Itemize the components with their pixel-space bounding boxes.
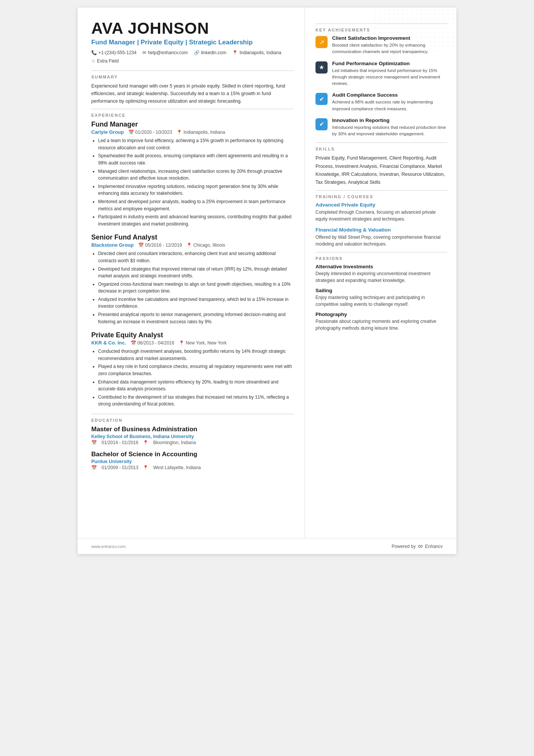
achievement-2-content: Fund Performance Optimization Led initia… [332, 61, 447, 87]
job-3-bullets: Conducted thorough investment analyses, … [91, 348, 294, 408]
job-1-bullets: Led a team to improve fund efficiency, a… [91, 137, 294, 227]
location-icon: 📍 [232, 50, 238, 55]
training-divider [315, 190, 447, 191]
location-text: Indianapolis, Indiana [239, 50, 281, 55]
job-1-title: Fund Manager [91, 121, 294, 128]
linkedin-text: linkedin.com [201, 50, 226, 55]
footer: www.enhancv.com Powered by ∞ Enhancv [78, 538, 456, 554]
summary-divider [91, 70, 294, 71]
achievement-3-title: Audit Compliance Success [332, 92, 447, 98]
resume-container: AVA JOHNSON Fund Manager | Private Equit… [78, 8, 456, 554]
job-3: Private Equity Analyst KKR & Co. Inc. 📅 … [91, 331, 294, 408]
achievement-2-title: Fund Performance Optimization [332, 61, 447, 66]
email-icon: ✉ [142, 50, 146, 55]
achievement-1-title: Client Satisfaction Improvement [332, 35, 447, 41]
job-2-title: Senior Fund Analyst [91, 233, 294, 241]
edu-1-school: Kelley School of Business, Indiana Unive… [91, 434, 294, 439]
passions-divider [315, 252, 447, 252]
achievement-2-icon-wrap: ★ [315, 61, 328, 74]
footer-brand: Powered by ∞ Enhancv [392, 542, 443, 550]
linkedin-icon: 🔗 [194, 50, 200, 55]
achievement-4-title: Innovation in Reporting [332, 117, 447, 123]
edu-2-date: 01/2009 - 01/2013 [101, 465, 138, 470]
training-1-desc: Completed through Coursera, focusing on … [315, 209, 447, 222]
passion-2: Sailing Enjoy mastering sailing techniqu… [315, 288, 447, 308]
location-icon-edu1: 📍 [143, 440, 148, 445]
candidate-name: AVA JOHNSON [91, 20, 294, 37]
edu-2-location: West Lafayette, Indiana [153, 465, 201, 470]
enhancv-logo-icon: ∞ [418, 542, 423, 550]
email-text: help@enhancv.com [148, 50, 187, 55]
summary-label: SUMMARY [91, 75, 294, 79]
left-column: AVA JOHNSON Fund Manager | Private Equit… [78, 8, 305, 538]
check-icon-1: ✔ [319, 95, 324, 103]
bullet-item: Managed client relationships, increasing… [98, 168, 294, 182]
training-2-desc: Offered by Wall Street Prep, covering co… [315, 234, 447, 247]
edu-2-meta: 📅 01/2009 - 01/2013 📍 West Lafayette, In… [91, 465, 294, 470]
job-2-date: 📅 05/2016 - 12/2019 [138, 243, 182, 248]
passion-1-desc: Deeply interested in exploring unconvent… [315, 270, 447, 284]
passion-3: Photography Passionate about capturing m… [315, 311, 447, 332]
achievements-block: ↗ Client Satisfaction Improvement Booste… [315, 35, 447, 137]
experience-label: EXPERIENCE [91, 113, 294, 117]
achievement-3-desc: Achieved a 98% audit success rate by imp… [332, 99, 447, 112]
job-1-meta: Carlyle Group 📅 01/2020 - 10/2023 📍 Indi… [91, 129, 294, 135]
passions-label: PASSIONS [315, 256, 447, 261]
powered-by-text: Powered by [392, 544, 415, 549]
edu-1: Master of Business Administration Kelley… [91, 426, 294, 445]
job-1-location: 📍 Indianapolis, Indiana [176, 130, 225, 135]
bullet-item: Enhanced data management systems efficie… [98, 379, 294, 393]
resume-inner: AVA JOHNSON Fund Manager | Private Equit… [78, 8, 456, 538]
achievement-2-desc: Led initiatives that improved fund perfo… [332, 67, 447, 87]
calendar-icon-3: 📅 [131, 340, 136, 346]
training-2-title: Financial Modeling & Valuation [315, 227, 447, 233]
job-1-date: 📅 01/2020 - 10/2023 [128, 130, 172, 135]
achievement-4-content: Innovation in Reporting Introduced repor… [332, 117, 447, 138]
calendar-icon-edu1: 📅 [91, 440, 97, 445]
location-icon-3: 📍 [179, 340, 184, 346]
location-contact: 📍 Indianapolis, Indiana [232, 50, 281, 55]
achievement-1-content: Client Satisfaction Improvement Boosted … [332, 35, 447, 55]
edu-1-degree: Master of Business Administration [91, 426, 294, 433]
passion-2-desc: Enjoy mastering sailing techniques and p… [315, 294, 447, 308]
star-icon-achievement: ★ [319, 64, 324, 71]
passion-1-title: Alternative Investments [315, 264, 447, 269]
skills-divider [315, 142, 447, 143]
job-2-bullets: Directed client and consultant interacti… [91, 250, 294, 325]
edu-2-degree: Bachelor of Science in Accounting [91, 451, 294, 458]
job-2: Senior Fund Analyst Blackstone Group 📅 0… [91, 233, 294, 325]
job-3-title: Private Equity Analyst [91, 331, 294, 339]
achievement-3-content: Audit Compliance Success Achieved a 98% … [332, 92, 447, 112]
bullet-item: Mentored and developed junior analysts, … [98, 198, 294, 212]
job-2-meta: Blackstone Group 📅 05/2016 - 12/2019 📍 C… [91, 242, 294, 248]
achievement-3-icon-wrap: ✔ [315, 93, 328, 105]
job-1-company: Carlyle Group [91, 129, 124, 135]
calendar-icon-2: 📅 [138, 243, 144, 248]
contact-row: 📞 +1-(234)-555-1234 ✉ help@enhancv.com 🔗… [91, 50, 294, 64]
achievements-label: KEY ACHIEVEMENTS [315, 28, 447, 32]
experience-divider [91, 109, 294, 109]
job-3-meta: KKR & Co. Inc. 📅 06/2013 - 04/2016 📍 New… [91, 340, 294, 346]
calendar-icon-1: 📅 [128, 130, 134, 135]
bullet-item: Contributed to the development of tax st… [98, 394, 294, 408]
phone-text: +1-(234)-555-1234 [98, 50, 136, 55]
achievement-4: ✔ Innovation in Reporting Introduced rep… [315, 117, 447, 138]
summary-text: Experienced fund manager with over 5 yea… [91, 82, 294, 105]
bullet-item: Developed fund strategies that improved … [98, 266, 294, 280]
achievement-3: ✔ Audit Compliance Success Achieved a 98… [315, 92, 447, 112]
passion-3-desc: Passionate about capturing moments and e… [315, 318, 447, 332]
achievements-divider [315, 23, 447, 24]
extra-field-contact: ☆ Extra Field [91, 58, 119, 64]
candidate-title: Fund Manager | Private Equity | Strategi… [91, 39, 294, 46]
extra-field-text: Extra Field [97, 58, 119, 64]
location-icon-1: 📍 [176, 130, 182, 135]
achievement-1-desc: Boosted client satisfaction by 20% by en… [332, 42, 447, 55]
bullet-item: Implemented innovative reporting solutio… [98, 183, 294, 197]
job-2-location: 📍 Chicago, Illinois [186, 243, 225, 248]
edu-1-location: Bloomington, Indiana [153, 440, 196, 445]
edu-1-meta: 📅 01/2014 - 01/2016 📍 Bloomington, India… [91, 440, 294, 445]
brand-name: Enhancv [425, 544, 443, 549]
skills-text: Private Equity, Fund Management, Client … [315, 154, 447, 186]
bullet-item: Directed client and consultant interacti… [98, 250, 294, 264]
achievement-1: ↗ Client Satisfaction Improvement Booste… [315, 35, 447, 55]
